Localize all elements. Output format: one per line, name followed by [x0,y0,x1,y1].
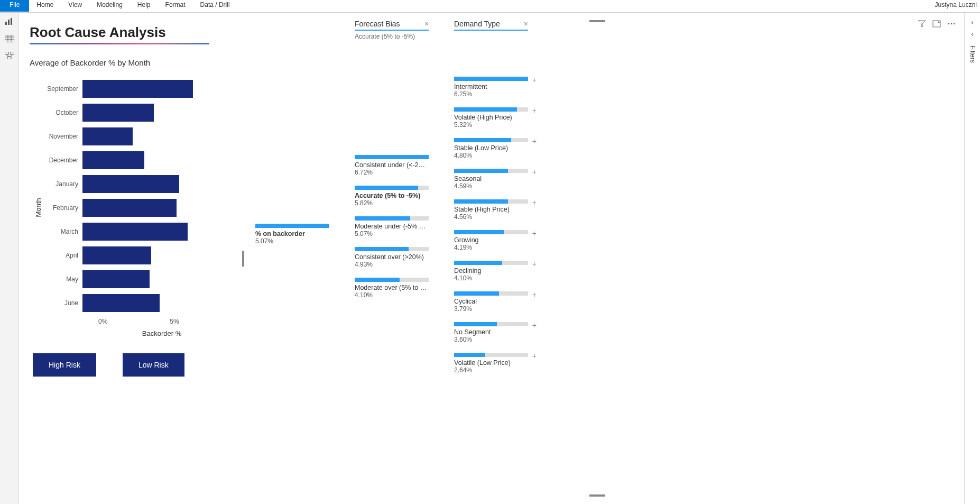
tree-node[interactable]: Cyclical 3.79% + [454,291,528,313]
chevron-left-icon[interactable]: ‹ [971,18,974,26]
filters-pane-collapsed[interactable]: ‹ ‹ Filters [964,13,980,504]
bar-chart-visual[interactable]: Root Cause Analysis Average of Backorder… [30,19,225,498]
bar-label: April [45,252,82,259]
plus-icon[interactable]: + [532,168,537,176]
tree-connectors [242,20,953,44]
column-header-sub: Accurate (5% to -5%) [355,33,429,40]
ribbon-tab-view[interactable]: View [61,0,89,12]
node-value: 4.10% [355,291,429,299]
node-label: Volatile (Low Price) [454,359,528,366]
ribbon-tab-help[interactable]: Help [130,0,158,12]
tree-column-header-demand-type[interactable]: Demand Type× [454,20,528,31]
node-value: 4.56% [454,213,528,221]
tree-node[interactable]: Seasonal 4.59% + [454,169,528,190]
tree-node[interactable]: No Segment 3.60% + [454,322,528,343]
bar [82,104,154,122]
plus-icon[interactable]: + [532,352,537,360]
column-header-label: Demand Type [454,20,500,28]
node-bar [355,186,429,190]
plus-icon[interactable]: + [532,76,537,84]
tree-root-node[interactable]: % on backorder 5.07% [255,224,329,254]
tree-node[interactable]: Consistent over (>20%) 4.93% [355,247,429,268]
bar-row[interactable]: December [45,148,225,172]
tree-node[interactable]: Accurate (5% to -5%) 5.82% [355,186,429,207]
high-risk-button[interactable]: High Risk [33,353,96,377]
tree-node[interactable]: Moderate over (5% to … 4.10% [355,278,429,299]
ribbon-tab-file[interactable]: File [0,0,29,12]
ribbon: File Home View Modeling Help Format Data… [0,0,980,13]
bar-row[interactable]: January [45,172,225,196]
node-label: Consistent under (<-2… [355,161,429,169]
bar-label: March [45,228,82,235]
low-risk-button[interactable]: Low Risk [123,353,184,377]
bar-row[interactable]: March [45,219,225,243]
bar-label: November [45,133,82,140]
node-label: Cyclical [454,298,528,305]
node-label: Moderate over (5% to … [355,284,429,291]
svg-point-16 [954,23,955,25]
node-bar [454,107,528,112]
model-view-icon[interactable] [5,52,14,59]
resize-handle-bottom[interactable] [589,494,605,497]
node-label: Intermittent [454,83,528,90]
plus-icon[interactable]: + [532,137,537,145]
bar-row[interactable]: November [45,124,225,148]
bar-row[interactable]: June [45,291,225,315]
node-label: Stable (Low Price) [454,144,528,152]
svg-rect-8 [5,52,8,54]
tree-node[interactable]: Intermittent 6.25% + [454,77,528,98]
ribbon-tab-format[interactable]: Format [158,0,193,12]
close-icon[interactable]: × [524,20,528,28]
tree-node[interactable]: Consistent under (<-2… 6.72% [355,155,429,176]
x-tick: 5% [170,318,179,325]
bar [82,246,151,264]
chevron-left-icon[interactable]: ‹ [971,30,974,38]
report-view-icon[interactable] [5,18,14,25]
ribbon-tab-home[interactable]: Home [29,0,61,12]
tree-node[interactable]: Volatile (High Price) 5.32% + [454,107,528,129]
plus-icon[interactable]: + [532,260,537,268]
bar [82,294,160,312]
resize-handle-left[interactable] [242,251,244,267]
left-rail [0,13,19,504]
node-label: Seasonal [454,175,528,182]
bar-row[interactable]: February [45,196,225,219]
close-icon[interactable]: × [424,20,429,28]
node-bar [454,138,528,142]
plus-icon[interactable]: + [532,321,537,329]
bar-row[interactable]: October [45,100,225,124]
tree-node[interactable]: Moderate under (-5% … 5.07% [355,216,429,237]
node-label: Volatile (High Price) [454,114,528,121]
x-axis-title: Backorder % [98,329,225,337]
node-value: 3.79% [454,305,528,313]
svg-rect-1 [8,20,10,25]
node-label: Growing [454,236,528,244]
plus-icon[interactable]: + [532,229,537,237]
tree-node[interactable]: Stable (Low Price) 4.80% + [454,138,528,159]
tree-node[interactable]: Stable (High Price) 4.56% + [454,199,528,221]
tree-column-header-forecast-bias[interactable]: Forecast Bias× Accurate (5% to -5%) [355,20,429,40]
bar-row[interactable]: September [45,77,225,100]
decomposition-tree: Forecast Bias× Accurate (5% to -5%) Dema… [242,20,953,44]
plus-icon[interactable]: + [532,106,537,115]
bar [82,80,193,98]
data-view-icon[interactable] [5,35,14,42]
node-bar [355,155,429,159]
plus-icon[interactable]: + [532,198,537,207]
node-label: Declining [454,267,528,274]
node-bar [454,291,528,296]
plus-icon[interactable]: + [532,290,537,299]
node-bar [454,230,528,234]
bar-label: October [45,109,82,116]
decomposition-tree-visual[interactable]: Forecast Bias× Accurate (5% to -5%) Dema… [241,19,954,498]
bar-row[interactable]: April [45,243,225,267]
bar-chart: Month SeptemberOctoberNovemberDecemberJa… [30,77,225,337]
bar-label: May [45,276,82,283]
ribbon-tab-data-drill[interactable]: Data / Drill [193,0,237,12]
tree-node[interactable]: Growing 4.19% + [454,230,528,251]
node-bar [454,261,528,265]
ribbon-tab-modeling[interactable]: Modeling [89,0,130,12]
tree-node[interactable]: Declining 4.10% + [454,261,528,282]
tree-node[interactable]: Volatile (Low Price) 2.64% + [454,353,528,374]
bar-row[interactable]: May [45,267,225,291]
